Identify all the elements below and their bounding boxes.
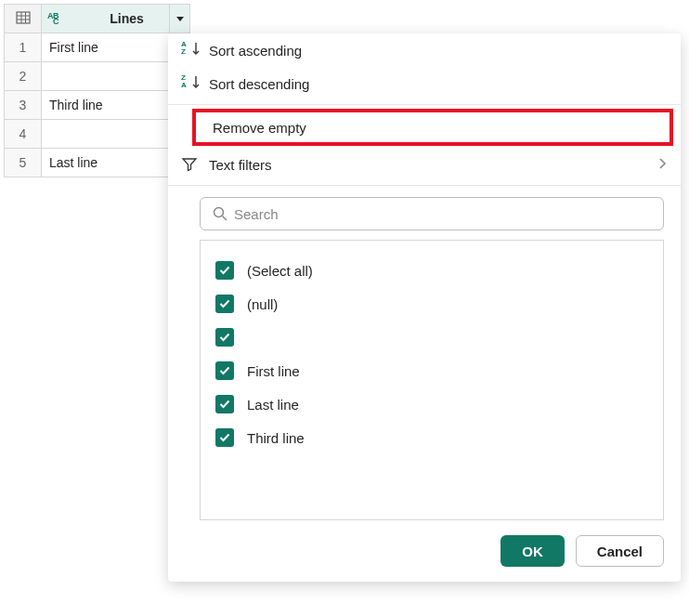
filter-label: (Select all) (247, 263, 313, 279)
ok-button[interactable]: OK (500, 535, 565, 567)
row-number: 4 (5, 120, 42, 149)
filter-label: First line (247, 363, 300, 379)
checkbox-checked-icon[interactable] (215, 361, 234, 380)
filter-item[interactable]: (null) (215, 287, 648, 321)
menu-label: Remove empty (213, 120, 656, 136)
cancel-button[interactable]: Cancel (576, 535, 664, 567)
filter-label: Third line (247, 430, 305, 446)
menu-label: Text filters (209, 157, 658, 173)
chevron-right-icon (658, 157, 668, 173)
text-type-icon: ABC (47, 12, 64, 25)
menu-sort-ascending[interactable]: AZ Sort ascending (168, 33, 681, 67)
filter-item[interactable] (215, 321, 648, 354)
menu-separator (168, 185, 681, 186)
checkbox-checked-icon[interactable] (215, 295, 234, 313)
menu-text-filters[interactable]: Text filters (168, 148, 681, 181)
menu-remove-empty[interactable]: Remove empty (196, 112, 670, 142)
search-input[interactable] (234, 206, 652, 222)
checkbox-checked-icon[interactable] (215, 328, 234, 347)
filter-item[interactable]: Last line (215, 387, 648, 421)
row-number: 3 (5, 91, 42, 120)
data-grid: ABC Lines 1First line 2 3Third line 4 5L… (4, 4, 190, 177)
checkbox-checked-icon[interactable] (215, 395, 234, 413)
svg-rect-0 (17, 12, 30, 23)
chevron-down-icon (176, 17, 184, 21)
checkbox-checked-icon[interactable] (215, 261, 234, 280)
menu-label: Sort ascending (209, 43, 668, 59)
menu-label: Sort descending (209, 76, 668, 92)
menu-sort-descending[interactable]: ZA Sort descending (168, 67, 681, 100)
table-icon (16, 11, 31, 24)
svg-point-7 (214, 208, 224, 217)
row-number: 1 (5, 33, 42, 62)
filter-label: Last line (247, 397, 299, 413)
filter-item[interactable]: Third line (215, 421, 648, 454)
svg-line-8 (223, 216, 228, 221)
sort-descending-icon: ZA (181, 74, 209, 93)
highlight-box: Remove empty (192, 109, 673, 146)
search-icon (212, 205, 228, 222)
filter-item-select-all[interactable]: (Select all) (215, 254, 648, 287)
checkbox-checked-icon[interactable] (215, 428, 234, 447)
filter-item[interactable]: First line (215, 354, 648, 387)
column-dropdown-button[interactable] (169, 5, 189, 33)
menu-separator (168, 104, 681, 105)
row-number: 2 (5, 62, 42, 91)
column-header-lines[interactable]: ABC Lines (42, 5, 190, 33)
search-box[interactable] (200, 197, 664, 230)
button-row: OK Cancel (168, 520, 681, 567)
sort-ascending-icon: AZ (181, 41, 209, 59)
filter-value-list: (Select all) (null) First line Last line… (200, 240, 664, 520)
filter-label: (null) (247, 296, 278, 312)
row-num-header[interactable] (5, 5, 42, 33)
column-name: Lines (70, 11, 184, 26)
filter-icon (181, 156, 209, 173)
filter-dropdown-panel: AZ Sort ascending ZA Sort descending Rem… (168, 33, 681, 582)
row-number: 5 (5, 149, 42, 177)
